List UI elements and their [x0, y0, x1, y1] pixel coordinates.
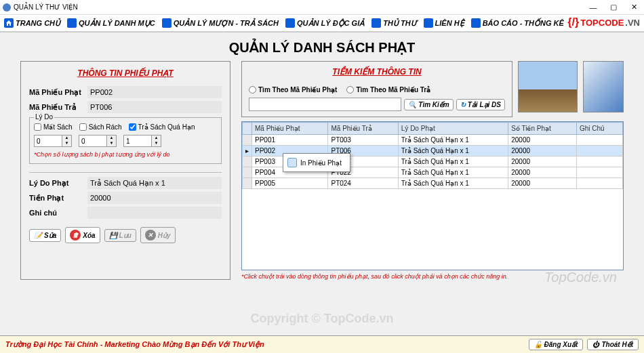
footer: Trường Đại Học Tài Chính - Marketing Chà…	[0, 335, 644, 353]
close-button[interactable]: ✕	[624, 1, 644, 14]
radio-ma-phieu-phat[interactable]: Tìm Theo Mã Phiếu Phạt	[249, 86, 337, 94]
reason-note: *Chọn số lượng sách bị phạt tương ứng vớ…	[34, 151, 217, 158]
home-icon	[4, 18, 14, 28]
print-menu-item[interactable]: In Phiếu Phạt	[283, 156, 350, 169]
chk-qua-han[interactable]: Trả Sách Quá Hạn	[129, 123, 195, 131]
menu-reports[interactable]: BÁO CÁO - THỐNG KÊ	[471, 18, 564, 28]
readers-icon	[285, 18, 295, 28]
librarian-icon	[371, 18, 381, 28]
table-row[interactable]: PP001PT003Trả Sách Quá Hạn x 120000	[243, 135, 623, 146]
reason-groupbox: Lý Do Mất Sách Sách Rách Trả Sách Quá Hạ…	[29, 117, 222, 164]
delete-icon: 🗑	[70, 230, 81, 241]
menu-librarian[interactable]: THỦ THƯ	[371, 18, 416, 28]
page-title: QUẢN LÝ DANH SÁCH PHẠT	[0, 33, 644, 61]
menu-readers[interactable]: QUẢN LÝ ĐỘC GIẢ	[285, 18, 365, 28]
save-icon: 💾	[109, 232, 117, 239]
form-panel: THÔNG TIN PHIẾU PHẠT Mã Phiếu Phạt Mã Ph…	[20, 61, 230, 280]
col-ma-phieu-phat[interactable]: Mã Phiếu Phạt	[252, 123, 328, 135]
menu-home[interactable]: TRANG CHỦ	[4, 18, 60, 28]
logout-button[interactable]: 🔓Đăng Xuất	[529, 339, 584, 350]
print-icon	[287, 158, 297, 167]
cancel-icon: ✕	[145, 230, 156, 241]
reports-icon	[471, 18, 481, 28]
menu-contact[interactable]: LIÊN HỆ	[424, 18, 464, 28]
search-input[interactable]	[249, 98, 401, 111]
menubar: TRANG CHỦ QUẢN LÝ DANH MỤC QUẢN LÝ MƯỢN …	[0, 15, 644, 33]
chk-mat-sach[interactable]: Mất Sách	[34, 123, 73, 131]
num-qua-han[interactable]: ▲▼	[123, 135, 161, 147]
label-ma-phieu-phat: Mã Phiếu Phạt	[29, 88, 87, 97]
exit-button[interactable]: ⏻Thoát Hết	[587, 339, 639, 350]
col-so-tien[interactable]: Số Tiền Phạt	[508, 123, 577, 135]
image-open-book	[583, 61, 624, 112]
data-grid[interactable]: Mã Phiếu Phạt Mã Phiếu Trả Lý Do Phạt Số…	[241, 121, 624, 270]
input-ly-do-phat[interactable]	[87, 177, 222, 189]
search-title: TIỀM KIẾM THÔNG TIN	[249, 66, 505, 82]
delete-button[interactable]: 🗑Xóa	[65, 227, 100, 243]
num-sach-rach[interactable]: ▲▼	[79, 135, 117, 147]
window-title: QUẢN LÝ THƯ VIỆN	[14, 3, 78, 11]
image-books	[518, 61, 578, 112]
borrow-icon	[162, 18, 172, 28]
save-button[interactable]: 💾Lưu	[104, 229, 136, 242]
reason-legend: Lý Do	[34, 113, 54, 121]
chk-sach-rach[interactable]: Sách Rách	[79, 123, 122, 131]
exit-icon: ⏻	[592, 341, 599, 348]
col-ly-do[interactable]: Lý Do Phạt	[398, 123, 508, 135]
col-ma-phieu-tra[interactable]: Mã Phiếu Trả	[328, 123, 398, 135]
minimize-button[interactable]: —	[583, 1, 603, 14]
col-ghi-chu[interactable]: Ghi Chú	[576, 123, 622, 135]
contact-icon	[424, 18, 433, 28]
brand-logo: {/}TOPCODE.VN	[567, 16, 640, 28]
footer-text: Trường Đại Học Tài Chính - Marketing Chà…	[5, 340, 264, 349]
form-title: THÔNG TIN PHIẾU PHẠT	[29, 67, 222, 83]
catalog-icon	[67, 18, 77, 28]
context-menu: In Phiếu Phạt	[283, 153, 350, 172]
menu-borrow[interactable]: QUẢN LÝ MƯỢN - TRẢ SÁCH	[162, 18, 279, 28]
label-ghi-chu: Ghi chú	[29, 209, 87, 217]
maximize-button[interactable]: ▢	[603, 1, 624, 14]
search-button[interactable]: 🔍Tìm Kiếm	[404, 99, 453, 110]
search-panel: TIỀM KIẾM THÔNG TIN Tìm Theo Mã Phiếu Ph…	[241, 61, 512, 117]
input-ghi-chu[interactable]	[87, 207, 222, 219]
label-tien-phat: Tiền Phạt	[29, 194, 87, 203]
edit-button[interactable]: 📝Sửa	[29, 229, 61, 242]
input-ma-phieu-phat[interactable]	[87, 86, 222, 98]
app-icon	[3, 3, 11, 12]
logout-icon: 🔓	[534, 341, 542, 348]
table-row[interactable]: PP005PT024Trả Sách Quá Hạn x 120000	[243, 178, 623, 189]
num-mat-sach[interactable]: ▲▼	[34, 135, 72, 147]
radio-ma-phieu-tra[interactable]: Tìm Theo Mã Phiếu Trả	[346, 86, 430, 94]
watermark: TopCode.vn	[544, 270, 617, 285]
cancel-button[interactable]: ✕Hủy	[140, 227, 176, 243]
reload-button[interactable]: ↻Tải Lại DS	[456, 99, 505, 110]
watermark-copyright: Copyright © TopCode.vn	[0, 312, 644, 326]
edit-icon: 📝	[34, 232, 42, 239]
search-icon: 🔍	[408, 101, 416, 108]
menu-catalog[interactable]: QUẢN LÝ DANH MỤC	[67, 18, 155, 28]
label-ma-phieu-tra: Mã Phiếu Trả	[29, 103, 87, 112]
reload-icon: ↻	[460, 101, 466, 108]
input-ma-phieu-tra[interactable]	[87, 101, 222, 113]
input-tien-phat[interactable]	[87, 192, 222, 204]
label-ly-do-phat: Lý Do Phạt	[29, 179, 87, 188]
titlebar: QUẢN LÝ THƯ VIỆN — ▢ ✕	[0, 0, 644, 15]
